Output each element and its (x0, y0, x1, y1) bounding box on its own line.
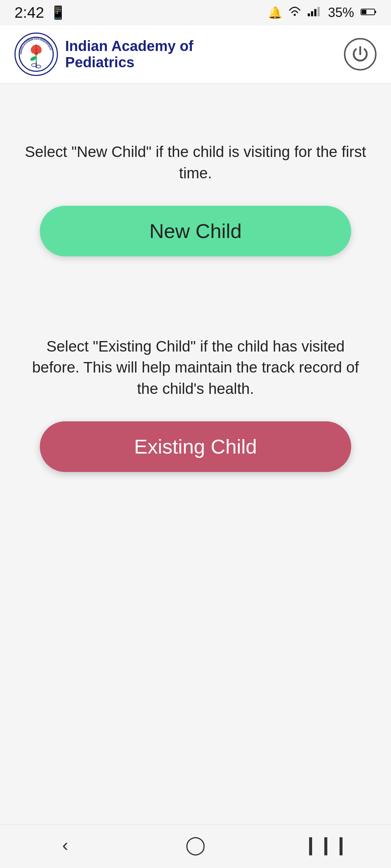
status-icons: 🔔 (268, 5, 321, 20)
svg-rect-2 (311, 11, 313, 16)
status-right: 🔔 35% (268, 5, 377, 20)
home-nav-button[interactable]: ◯ (174, 830, 217, 859)
svg-rect-3 (314, 9, 316, 16)
status-bar: 2:42 📱 🔔 35% (0, 0, 391, 25)
svg-rect-6 (375, 11, 376, 13)
signal-icon (307, 5, 321, 20)
main-content: Select "New Child" if the child is visit… (0, 84, 391, 825)
svg-rect-1 (308, 13, 310, 16)
wifi-icon (287, 5, 302, 20)
header-logo-title: INDIAN ACADEMY OF PEDIATRICS INDIAN ACAD… (14, 33, 193, 76)
back-icon: ‹ (62, 834, 68, 855)
battery-icon (361, 8, 377, 18)
new-child-description: Select "New Child" if the child is visit… (22, 141, 369, 184)
battery-level: 35% (328, 5, 354, 20)
recents-nav-button[interactable]: ❙❙❙ (304, 830, 348, 859)
new-child-section: Select "New Child" if the child is visit… (22, 141, 369, 256)
power-icon (351, 45, 370, 64)
existing-child-description: Select "Existing Child" if the child has… (22, 336, 369, 400)
svg-point-14 (37, 45, 40, 50)
app-title-line1: Indian Academy of (65, 38, 193, 54)
recents-icon: ❙❙❙ (303, 834, 349, 855)
existing-child-button[interactable]: Existing Child (40, 421, 351, 472)
existing-child-section: Select "Existing Child" if the child has… (22, 336, 369, 472)
status-time: 2:42 (14, 4, 44, 21)
back-nav-button[interactable]: ‹ (43, 830, 87, 859)
svg-point-0 (294, 14, 296, 16)
app-header: INDIAN ACADEMY OF PEDIATRICS INDIAN ACAD… (0, 25, 391, 84)
power-button[interactable] (344, 38, 377, 71)
app-title-line2: Pediatrics (65, 54, 193, 71)
alarm-icon: 🔔 (268, 6, 282, 20)
svg-rect-4 (318, 7, 320, 16)
app-title: Indian Academy of Pediatrics (65, 38, 193, 71)
new-child-button[interactable]: New Child (40, 206, 351, 256)
logo-container: INDIAN ACADEMY OF PEDIATRICS INDIAN ACAD… (14, 33, 58, 76)
logo-circle: INDIAN ACADEMY OF PEDIATRICS INDIAN ACAD… (14, 33, 58, 76)
bottom-nav: ‹ ◯ ❙❙❙ (0, 825, 391, 868)
status-left: 2:42 📱 (14, 4, 66, 21)
svg-rect-7 (362, 10, 366, 14)
svg-point-13 (32, 45, 36, 50)
home-icon: ◯ (185, 834, 206, 855)
sim-icon: 📱 (50, 5, 66, 20)
